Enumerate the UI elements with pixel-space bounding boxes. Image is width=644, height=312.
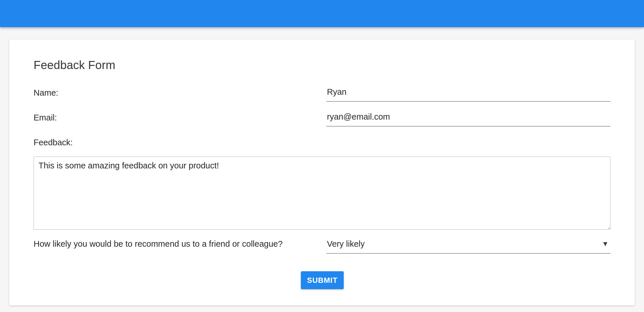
app-bar <box>0 0 644 27</box>
feedback-textarea[interactable]: This is some amazing feedback on your pr… <box>34 157 610 230</box>
feedback-form-card: Feedback Form Name: Email: Feedback: Thi… <box>9 40 635 305</box>
name-input[interactable] <box>326 86 610 102</box>
feedback-label: Feedback: <box>34 138 73 147</box>
email-field[interactable] <box>326 111 610 127</box>
page-title: Feedback Form <box>34 59 115 72</box>
chevron-down-icon: ▼ <box>602 236 610 248</box>
recommend-select[interactable]: Very likely ▼ <box>326 236 610 254</box>
recommend-question-label: How likely you would be to recommend us … <box>34 239 283 249</box>
recommend-selected-value: Very likely <box>326 236 365 249</box>
email-label: Email: <box>34 113 57 122</box>
submit-button[interactable]: SUBMIT <box>301 271 344 289</box>
name-label: Name: <box>34 88 58 98</box>
